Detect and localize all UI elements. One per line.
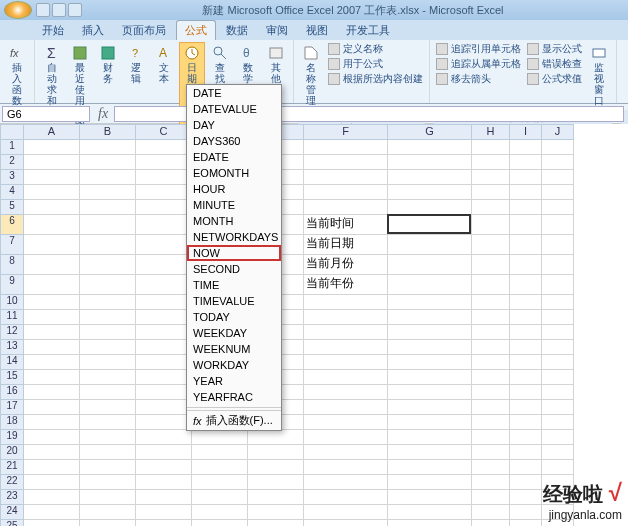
cell-I5[interactable]: [510, 200, 542, 215]
row-header[interactable]: 24: [0, 505, 24, 520]
cell-J21[interactable]: [542, 460, 574, 475]
cell-B2[interactable]: [80, 155, 136, 170]
cell-F23[interactable]: [304, 490, 388, 505]
name-box[interactable]: G6: [2, 106, 90, 122]
cell-D23[interactable]: [192, 490, 248, 505]
trace-precedents-item[interactable]: 追踪引用单元格: [434, 42, 523, 56]
dropdown-insert-fn[interactable]: fx插入函数(F)...: [187, 410, 281, 430]
cell-H7[interactable]: [472, 235, 510, 255]
dropdown-item-hour[interactable]: HOUR: [187, 181, 281, 197]
cell-A24[interactable]: [24, 505, 80, 520]
cell-G15[interactable]: [388, 370, 472, 385]
cell-C20[interactable]: [136, 445, 192, 460]
cell-B7[interactable]: [80, 235, 136, 255]
cell-B14[interactable]: [80, 355, 136, 370]
col-header-C[interactable]: C: [136, 124, 192, 140]
cell-B12[interactable]: [80, 325, 136, 340]
row-header[interactable]: 18: [0, 415, 24, 430]
cell-H17[interactable]: [472, 400, 510, 415]
cell-J8[interactable]: [542, 255, 574, 275]
cell-J2[interactable]: [542, 155, 574, 170]
cell-F17[interactable]: [304, 400, 388, 415]
use-in-formula-item[interactable]: 用于公式: [326, 57, 425, 71]
cell-B24[interactable]: [80, 505, 136, 520]
cell-C25[interactable]: [136, 520, 192, 526]
dropdown-item-minute[interactable]: MINUTE: [187, 197, 281, 213]
cell-A19[interactable]: [24, 430, 80, 445]
cell-F5[interactable]: [304, 200, 388, 215]
row-header[interactable]: 22: [0, 475, 24, 490]
define-name-item[interactable]: 定义名称: [326, 42, 425, 56]
cell-G10[interactable]: [388, 295, 472, 310]
cell-I2[interactable]: [510, 155, 542, 170]
cell-A12[interactable]: [24, 325, 80, 340]
tab-developer[interactable]: 开发工具: [338, 21, 398, 40]
cell-B4[interactable]: [80, 185, 136, 200]
cell-B1[interactable]: [80, 140, 136, 155]
cell-B18[interactable]: [80, 415, 136, 430]
cell-I6[interactable]: [510, 215, 542, 235]
cell-C9[interactable]: [136, 275, 192, 295]
cell-G21[interactable]: [388, 460, 472, 475]
cell-B21[interactable]: [80, 460, 136, 475]
cell-G12[interactable]: [388, 325, 472, 340]
row-header[interactable]: 2: [0, 155, 24, 170]
cell-J18[interactable]: [542, 415, 574, 430]
cell-I18[interactable]: [510, 415, 542, 430]
cell-H6[interactable]: [472, 215, 510, 235]
cell-A6[interactable]: [24, 215, 80, 235]
cell-J19[interactable]: [542, 430, 574, 445]
cell-A15[interactable]: [24, 370, 80, 385]
tab-home[interactable]: 开始: [34, 21, 72, 40]
cell-G13[interactable]: [388, 340, 472, 355]
cell-H13[interactable]: [472, 340, 510, 355]
dropdown-item-today[interactable]: TODAY: [187, 309, 281, 325]
cell-J13[interactable]: [542, 340, 574, 355]
row-header[interactable]: 13: [0, 340, 24, 355]
cell-J1[interactable]: [542, 140, 574, 155]
cell-G23[interactable]: [388, 490, 472, 505]
cell-H14[interactable]: [472, 355, 510, 370]
cell-G3[interactable]: [388, 170, 472, 185]
cell-B3[interactable]: [80, 170, 136, 185]
tab-insert[interactable]: 插入: [74, 21, 112, 40]
cell-F3[interactable]: [304, 170, 388, 185]
dropdown-item-weeknum[interactable]: WEEKNUM: [187, 341, 281, 357]
cell-G22[interactable]: [388, 475, 472, 490]
row-header[interactable]: 9: [0, 275, 24, 295]
col-header-B[interactable]: B: [80, 124, 136, 140]
cell-C18[interactable]: [136, 415, 192, 430]
cell-C5[interactable]: [136, 200, 192, 215]
col-header-A[interactable]: A: [24, 124, 80, 140]
row-header[interactable]: 1: [0, 140, 24, 155]
dropdown-item-second[interactable]: SECOND: [187, 261, 281, 277]
row-header[interactable]: 14: [0, 355, 24, 370]
cell-A3[interactable]: [24, 170, 80, 185]
cell-D22[interactable]: [192, 475, 248, 490]
cell-F15[interactable]: [304, 370, 388, 385]
col-header-G[interactable]: G: [388, 124, 472, 140]
cell-D19[interactable]: [192, 430, 248, 445]
trace-dependents-item[interactable]: 追踪从属单元格: [434, 57, 523, 71]
cell-I3[interactable]: [510, 170, 542, 185]
cell-I13[interactable]: [510, 340, 542, 355]
row-header[interactable]: 21: [0, 460, 24, 475]
cell-J14[interactable]: [542, 355, 574, 370]
cell-C17[interactable]: [136, 400, 192, 415]
cell-C15[interactable]: [136, 370, 192, 385]
cell-B25[interactable]: [80, 520, 136, 526]
cell-C12[interactable]: [136, 325, 192, 340]
cell-D25[interactable]: [192, 520, 248, 526]
cell-F24[interactable]: [304, 505, 388, 520]
cell-G16[interactable]: [388, 385, 472, 400]
row-header[interactable]: 11: [0, 310, 24, 325]
cell-D20[interactable]: [192, 445, 248, 460]
cell-G6[interactable]: [388, 215, 472, 235]
cell-B19[interactable]: [80, 430, 136, 445]
cell-J11[interactable]: [542, 310, 574, 325]
qat-redo-icon[interactable]: [68, 3, 82, 17]
cell-G18[interactable]: [388, 415, 472, 430]
cell-I14[interactable]: [510, 355, 542, 370]
cell-A2[interactable]: [24, 155, 80, 170]
row-header[interactable]: 10: [0, 295, 24, 310]
